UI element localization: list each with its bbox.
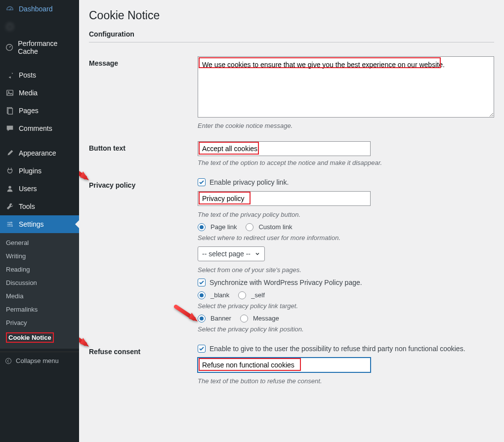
button-text-label: Button text xyxy=(89,141,198,152)
sidebar-sub-reading[interactable]: Reading xyxy=(0,263,79,276)
plugin-icon xyxy=(5,22,15,32)
sidebar-item-label: Comments xyxy=(19,124,52,132)
refuse-label: Refuse consent xyxy=(89,345,198,356)
sidebar-item-label: Posts xyxy=(19,71,36,79)
privacy-target-self-radio[interactable] xyxy=(238,291,246,299)
privacy-sync-label: Synchronize with WordPress Privacy Polic… xyxy=(210,279,362,286)
sidebar-item-label: Tools xyxy=(19,202,35,210)
privacy-text-input[interactable] xyxy=(198,191,371,206)
sidebar-item-label: Pages xyxy=(19,107,39,115)
sidebar-item-label: Dashboard xyxy=(19,5,53,13)
svg-rect-6 xyxy=(8,109,12,115)
privacy-label: Privacy policy xyxy=(89,178,198,189)
sidebar-item-posts[interactable]: Posts xyxy=(0,66,79,84)
privacy-page-select[interactable]: -- select page -- xyxy=(198,246,265,261)
sidebar-item-settings[interactable]: Settings xyxy=(0,215,79,233)
refuse-enable-checkbox[interactable] xyxy=(198,345,206,353)
svg-point-7 xyxy=(8,186,11,189)
privacy-link-custom-radio[interactable] xyxy=(246,223,253,231)
sidebar-sub-media[interactable]: Media xyxy=(0,289,79,303)
page-title: Cookie Notice xyxy=(89,9,494,22)
privacy-text-help: The text of the privacy policy button. xyxy=(198,211,494,218)
arrow-annotation xyxy=(174,305,200,325)
sidebar-item-item[interactable] xyxy=(0,18,79,36)
sidebar-sub-privacy[interactable]: Privacy xyxy=(0,316,79,329)
privacy-link-page-label: Page link xyxy=(210,223,237,231)
privacy-link-custom-label: Custom link xyxy=(258,223,292,231)
pin-icon xyxy=(5,70,15,80)
sidebar-sub-cookie-notice[interactable]: Cookie Notice xyxy=(0,329,79,346)
user-icon xyxy=(5,184,15,194)
main-content: Cookie Notice Configuration Message Ente… xyxy=(79,0,504,442)
sidebar-item-pages[interactable]: Pages xyxy=(0,102,79,120)
sidebar-item-users[interactable]: Users xyxy=(0,180,79,198)
gauge-icon xyxy=(5,42,14,52)
sidebar-item-tools[interactable]: Tools xyxy=(0,198,79,215)
svg-rect-3 xyxy=(7,90,13,96)
select-value: -- select page -- xyxy=(202,250,251,258)
sidebar-sub-permalinks[interactable]: Permalinks xyxy=(0,303,79,316)
sidebar-sub-writing[interactable]: Writing xyxy=(0,249,79,263)
privacy-target-blank-radio[interactable] xyxy=(198,291,206,299)
privacy-enable-label: Enable privacy policy link. xyxy=(210,178,289,186)
refuse-text-input[interactable] xyxy=(198,358,371,372)
svg-point-8 xyxy=(10,222,12,223)
svg-point-9 xyxy=(9,224,10,225)
sidebar-sub-discussion[interactable]: Discussion xyxy=(0,276,79,289)
comment-icon xyxy=(5,123,15,133)
privacy-link-help: Select where to redirect user for more i… xyxy=(198,234,494,241)
privacy-target-help: Select the privacy policy link target. xyxy=(198,302,494,310)
sidebar-submenu: GeneralWritingReadingDiscussionMediaPerm… xyxy=(0,233,79,349)
arrow-annotation xyxy=(79,163,91,184)
page-icon xyxy=(5,106,15,116)
sidebar-item-media[interactable]: Media xyxy=(0,84,79,102)
button-text-help: The text of the option to accept the not… xyxy=(198,159,494,166)
dashboard-icon xyxy=(5,4,15,14)
settings-icon xyxy=(5,219,15,229)
section-title: Configuration xyxy=(89,30,494,38)
privacy-position-message-label: Message xyxy=(253,315,279,322)
svg-point-1 xyxy=(7,24,13,30)
divider xyxy=(89,42,494,42)
refuse-enable-label: Enable to give to the user the possibili… xyxy=(210,345,465,353)
button-text-input[interactable] xyxy=(198,141,371,156)
privacy-position-banner-label: Banner xyxy=(210,315,231,322)
privacy-link-page-radio[interactable] xyxy=(198,223,206,231)
privacy-enable-checkbox[interactable] xyxy=(198,178,206,186)
privacy-position-message-radio[interactable] xyxy=(240,315,248,322)
sidebar-item-appearance[interactable]: Appearance xyxy=(0,144,79,162)
sidebar-sub-general[interactable]: General xyxy=(0,236,79,249)
media-icon xyxy=(5,88,15,98)
privacy-select-help: Select from one of your site's pages. xyxy=(198,266,494,274)
sidebar-item-label: Performance Cache xyxy=(18,40,74,55)
privacy-sync-checkbox[interactable] xyxy=(198,279,206,286)
arrow-annotation xyxy=(79,330,91,351)
brush-icon xyxy=(5,148,15,158)
message-textarea[interactable] xyxy=(198,56,494,118)
sidebar-item-label: Appearance xyxy=(19,149,56,157)
svg-point-11 xyxy=(5,358,11,363)
message-help: Enter the cookie notice message. xyxy=(198,122,494,129)
sidebar-item-label: Plugins xyxy=(19,167,42,175)
collapse-label: Collapse menu xyxy=(16,357,59,364)
privacy-target-blank-label: _blank xyxy=(210,291,229,299)
privacy-position-help: Select the privacy policy link position. xyxy=(198,325,494,333)
sidebar-item-label: Media xyxy=(19,89,38,97)
collapse-icon xyxy=(5,358,12,364)
admin-sidebar: DashboardPerformance Cache PostsMediaPag… xyxy=(0,0,79,442)
sidebar-item-plugins[interactable]: Plugins xyxy=(0,162,79,180)
sidebar-item-dashboard[interactable]: Dashboard xyxy=(0,0,79,18)
collapse-menu[interactable]: Collapse menu xyxy=(0,352,79,369)
privacy-target-self-label: _self xyxy=(251,291,264,299)
chevron-down-icon xyxy=(254,251,260,257)
svg-point-10 xyxy=(11,225,13,227)
sidebar-item-performance-cache[interactable]: Performance Cache xyxy=(0,36,79,59)
sidebar-item-comments[interactable]: Comments xyxy=(0,120,79,137)
message-label: Message xyxy=(89,56,198,67)
plug-icon xyxy=(5,166,15,176)
sidebar-item-label: Settings xyxy=(19,220,44,228)
sidebar-item-label: Users xyxy=(19,185,37,193)
wrench-icon xyxy=(5,201,15,211)
refuse-text-help: The text of the button to refuse the con… xyxy=(198,377,494,385)
